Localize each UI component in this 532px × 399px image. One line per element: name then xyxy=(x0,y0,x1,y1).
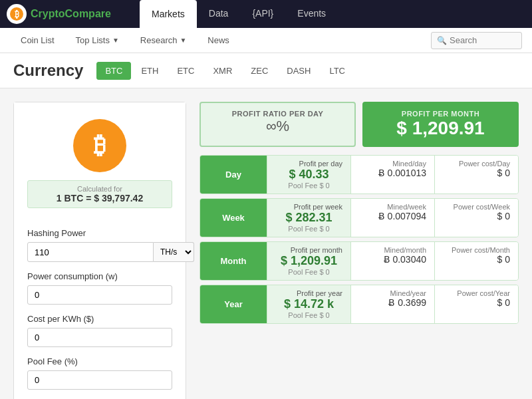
pool-fee-group: Pool Fee (%) xyxy=(27,356,172,390)
currency-tab-xmr[interactable]: XMR xyxy=(204,62,241,80)
profit-cell-mined: Mined/month Ƀ 0.03040 xyxy=(350,242,434,280)
subnav-news[interactable]: News xyxy=(197,28,240,53)
profit-period-label: Year xyxy=(200,285,267,323)
profit-period-label: Week xyxy=(200,199,267,237)
pool-fee-input[interactable] xyxy=(27,370,172,390)
hashing-power-input[interactable] xyxy=(27,242,154,262)
currency-tab-zec[interactable]: ZEC xyxy=(242,62,277,80)
currency-tab-dash[interactable]: DASH xyxy=(278,62,319,80)
profit-label: Profit per day xyxy=(275,160,342,168)
currency-tab-btc[interactable]: BTC xyxy=(96,62,131,80)
calculator-panel: ₿ Calculated for 1 BTC = $ 39,797.42 Has… xyxy=(13,102,186,399)
profit-ratio-card: PROFIT RATIO PER DAY ∞% xyxy=(200,102,356,147)
nav-data[interactable]: Data xyxy=(197,0,241,28)
profit-cell-main: Profit per week $ 282.31 Pool Fee $ 0 xyxy=(267,199,350,237)
hashing-power-group: Hashing Power TH/s GH/s MH/s xyxy=(27,228,172,262)
profit-label: Profit per year xyxy=(275,289,342,297)
bitcoin-icon: ₿ xyxy=(73,119,126,172)
nav-api[interactable]: {API} xyxy=(240,0,285,28)
profit-cell-power-cost: Power cost/Day $ 0 xyxy=(434,156,518,194)
profit-summary: PROFIT RATIO PER DAY ∞% PROFIT PER MONTH… xyxy=(200,102,519,147)
profit-cell-main: Profit per day $ 40.33 Pool Fee $ 0 xyxy=(267,156,350,194)
search-input[interactable] xyxy=(450,35,516,45)
profit-cell-mined: Mined/day Ƀ 0.001013 xyxy=(350,156,434,194)
cost-per-kwh-group: Cost per KWh ($) xyxy=(27,314,172,347)
hashing-power-row: TH/s GH/s MH/s xyxy=(27,242,172,262)
profit-cell-power-cost: Power cost/Month $ 0 xyxy=(434,242,518,280)
sub-navigation: Coin List Top Lists ▼ Research ▼ News 🔍 xyxy=(0,28,532,53)
page-header: Currency BTC ETH ETC XMR ZEC DASH LTC xyxy=(0,53,532,88)
currency-tab-etc[interactable]: ETC xyxy=(168,62,203,80)
profit-rows: Day Profit per day $ 40.33 Pool Fee $ 0 … xyxy=(200,155,519,324)
page-title: Currency xyxy=(13,61,83,80)
top-navigation: ₿ CryptoCompare Markets Data {API} Event… xyxy=(0,0,532,28)
profit-cell-main: Profit per year $ 14.72 k Pool Fee $ 0 xyxy=(267,285,350,323)
profit-pool-fee: Pool Fee $ 0 xyxy=(275,268,342,276)
profit-cell-main: Profit per month $ 1,209.91 Pool Fee $ 0 xyxy=(267,242,350,280)
power-cost-value: $ 0 xyxy=(443,211,510,221)
profit-cell-power-cost: Power cost/Year $ 0 xyxy=(434,285,518,323)
mined-value: Ƀ 0.007094 xyxy=(359,211,426,221)
cost-per-kwh-row xyxy=(27,328,172,347)
profit-label: Profit per month xyxy=(275,246,342,254)
power-cost-value: $ 0 xyxy=(443,168,510,178)
currency-tabs: BTC ETH ETC XMR ZEC DASH LTC xyxy=(96,62,355,80)
chevron-down-icon: ▼ xyxy=(180,37,186,44)
profit-row: Week Profit per week $ 282.31 Pool Fee $… xyxy=(200,198,519,237)
main-content: ₿ Calculated for 1 BTC = $ 39,797.42 Has… xyxy=(0,88,532,399)
subnav-coin-list[interactable]: Coin List xyxy=(10,28,65,53)
currency-tab-ltc[interactable]: LTC xyxy=(321,62,354,80)
search-box[interactable]: 🔍 xyxy=(431,32,522,49)
search-icon: 🔍 xyxy=(437,36,447,45)
power-cost-value: $ 0 xyxy=(443,297,510,308)
profit-value: $ 14.72 k xyxy=(275,297,342,311)
profit-period-label: Month xyxy=(200,242,267,280)
hashing-unit-select[interactable]: TH/s GH/s MH/s xyxy=(154,242,194,262)
profit-cell-mined: Mined/year Ƀ 0.3699 xyxy=(350,285,434,323)
coin-price-label: Calculated for 1 BTC = $ 39,797.42 xyxy=(27,180,172,208)
profit-cell-mined: Mined/week Ƀ 0.007094 xyxy=(350,199,434,237)
currency-tab-eth[interactable]: ETH xyxy=(132,62,167,80)
profit-value: $ 282.31 xyxy=(275,211,342,225)
nav-events[interactable]: Events xyxy=(285,0,338,28)
power-consumption-row xyxy=(27,285,172,305)
profit-pool-fee: Pool Fee $ 0 xyxy=(275,311,342,319)
nav-items: Markets Data {API} Events xyxy=(140,0,338,28)
nav-markets[interactable]: Markets xyxy=(140,0,197,28)
logo-icon: ₿ xyxy=(7,4,27,24)
subnav-top-lists[interactable]: Top Lists ▼ xyxy=(65,28,130,53)
profit-pool-fee: Pool Fee $ 0 xyxy=(275,182,342,190)
svg-text:₿: ₿ xyxy=(15,9,19,19)
mined-value: Ƀ 0.3699 xyxy=(359,297,426,308)
profit-row: Month Profit per month $ 1,209.91 Pool F… xyxy=(200,241,519,281)
chevron-down-icon: ▼ xyxy=(112,37,119,44)
mined-label: Mined/month xyxy=(359,246,426,254)
logo: ₿ CryptoCompare xyxy=(7,4,140,24)
mined-label: Mined/day xyxy=(359,160,426,168)
logo-text: CryptoCompare xyxy=(31,8,111,20)
mined-value: Ƀ 0.001013 xyxy=(359,168,426,178)
profit-pool-fee: Pool Fee $ 0 xyxy=(275,225,342,233)
mined-value: Ƀ 0.03040 xyxy=(359,254,426,265)
profit-monthly-card: PROFIT PER MONTH $ 1,209.91 xyxy=(362,102,519,147)
power-cost-label: Power cost/Day xyxy=(443,160,510,168)
profit-cell-power-cost: Power cost/Week $ 0 xyxy=(434,199,518,237)
power-cost-value: $ 0 xyxy=(443,254,510,265)
power-consumption-input[interactable] xyxy=(27,285,172,305)
profit-row: Day Profit per day $ 40.33 Pool Fee $ 0 … xyxy=(200,155,519,194)
profit-label: Profit per week xyxy=(275,203,342,211)
power-consumption-group: Power consumption (w) xyxy=(27,271,172,305)
mined-label: Mined/year xyxy=(359,289,426,297)
mined-label: Mined/week xyxy=(359,203,426,211)
power-cost-label: Power cost/Year xyxy=(443,289,510,297)
coin-display: ₿ Calculated for 1 BTC = $ 39,797.42 xyxy=(14,102,186,218)
subnav-research[interactable]: Research ▼ xyxy=(130,28,198,53)
power-cost-label: Power cost/Week xyxy=(443,203,510,211)
profit-period-label: Day xyxy=(200,156,267,194)
profit-row: Year Profit per year $ 14.72 k Pool Fee … xyxy=(200,285,519,324)
cost-per-kwh-input[interactable] xyxy=(27,328,172,347)
right-panel: PROFIT RATIO PER DAY ∞% PROFIT PER MONTH… xyxy=(200,102,519,399)
power-cost-label: Power cost/Month xyxy=(443,246,510,254)
profit-value: $ 40.33 xyxy=(275,168,342,182)
profit-value: $ 1,209.91 xyxy=(275,254,342,268)
